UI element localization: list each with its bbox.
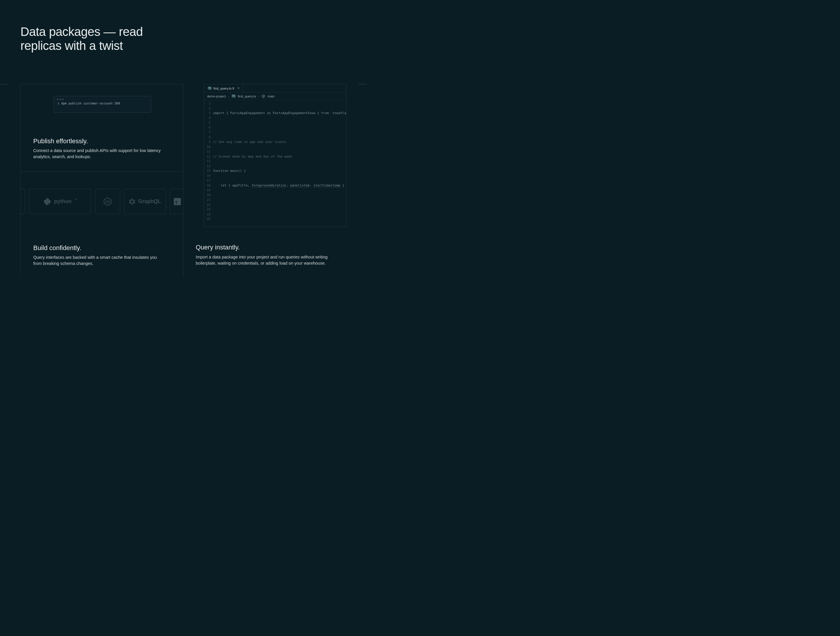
code-line: [213, 198, 346, 203]
code-line: [213, 212, 346, 217]
line-number: 23: [204, 207, 211, 212]
cube-icon: [262, 95, 265, 98]
build-body: Query interfaces are backed with a smart…: [33, 255, 162, 267]
build-card: python ™ C#: [21, 172, 183, 278]
code-line: let { appTitle, foregroundduration, pane…: [213, 183, 346, 188]
typescript-badge-icon: TS: [232, 95, 236, 98]
query-heading: Query instantly.: [196, 244, 240, 251]
code-line: // broken down by app and day of the wee…: [213, 154, 346, 159]
divider-left: [0, 84, 9, 84]
line-number: 25: [204, 217, 211, 222]
language-card-graphql: GraphQL: [124, 189, 166, 214]
svg-text:T: T: [175, 200, 178, 204]
terminal-command-line: $ dpm publish customer-account-360: [54, 101, 151, 105]
line-number: 3: [204, 111, 211, 116]
line-number: 16: [204, 174, 211, 179]
svg-text:C#: C#: [105, 199, 110, 204]
language-label: python: [54, 198, 72, 204]
traffic-light-dot: [62, 99, 63, 100]
terminal-prompt: $: [57, 101, 59, 105]
csharp-icon: C#: [103, 197, 112, 206]
publish-body: Connect a data source and publish APIs w…: [33, 148, 173, 160]
breadcrumb-project[interactable]: demo-project: [207, 95, 226, 98]
query-body: Import a data package into your project …: [196, 254, 333, 266]
code-editor-panel: TS first_query.ts 9 ✕ demo-project › TS …: [204, 84, 346, 227]
svg-point-5: [129, 202, 130, 203]
terminal-window: $ dpm publish customer-account-360: [54, 96, 151, 112]
svg-point-1: [132, 198, 133, 199]
line-number: 6: [204, 125, 211, 130]
line-number: 13: [204, 159, 211, 164]
line-number: 1: [204, 101, 211, 106]
line-number: 18: [204, 183, 211, 188]
code-lines: import { FactsAppEngagement as FactsAppE…: [213, 101, 346, 227]
language-card-partial: [19, 189, 25, 214]
line-number: 12: [204, 154, 211, 159]
svg-point-3: [134, 202, 135, 203]
line-number: 15: [204, 169, 211, 174]
line-number: 19: [204, 188, 211, 193]
terminal-command: dpm publish customer-account-360: [61, 101, 120, 105]
line-number: 11: [204, 149, 211, 154]
chevron-right-icon: ›: [258, 95, 260, 98]
editor-tab[interactable]: TS first_query.ts 9 ✕: [204, 84, 243, 92]
breadcrumb: demo-project › TS first_query.ts › main: [204, 92, 346, 100]
language-strip: python ™ C#: [19, 189, 185, 214]
code-line: function main() {: [213, 169, 346, 174]
line-number: 4: [204, 116, 211, 121]
code-line: [213, 226, 346, 227]
svg-point-6: [129, 200, 130, 201]
line-number: 5: [204, 120, 211, 125]
page-title: Data packages — read replicas with a twi…: [21, 25, 166, 53]
close-icon[interactable]: ✕: [237, 86, 240, 90]
build-heading: Build confidently.: [33, 244, 81, 252]
line-number: 22: [204, 203, 211, 207]
code-line: import { FactsAppEngagement as FactsAppE…: [213, 111, 346, 116]
line-number: 14: [204, 164, 211, 169]
line-number: 21: [204, 198, 211, 203]
line-number: 24: [204, 212, 211, 217]
chevron-right-icon: ›: [228, 95, 229, 98]
editor-tab-label: first_query.ts 9: [213, 87, 234, 90]
code-line: [213, 125, 346, 130]
code-area[interactable]: 1234567891011121314151617181920212223242…: [204, 100, 346, 227]
line-number: 17: [204, 178, 211, 183]
publish-card: $ dpm publish customer-account-360 Publi…: [21, 84, 183, 172]
typescript-icon: T: [173, 198, 182, 206]
traffic-light-dot: [57, 99, 58, 100]
line-number: 20: [204, 193, 211, 198]
typescript-badge-icon: TS: [208, 87, 212, 90]
language-label: GraphQL: [138, 198, 161, 204]
editor-tab-bar: TS first_query.ts 9 ✕: [204, 84, 346, 92]
python-icon: [43, 198, 51, 206]
svg-point-4: [132, 204, 133, 204]
line-number: 2: [204, 106, 211, 111]
divider-right: [358, 84, 367, 84]
breadcrumb-file[interactable]: first_query.ts: [238, 95, 256, 98]
line-number: 10: [204, 145, 211, 150]
line-gutter: 1234567891011121314151617181920212223242…: [204, 101, 213, 227]
line-number: 7: [204, 130, 211, 135]
window-traffic-lights: [54, 96, 151, 101]
language-card-python: python ™: [29, 189, 91, 214]
graphql-icon: [129, 198, 135, 205]
svg-point-2: [134, 200, 135, 201]
language-card-typescript: T: [170, 189, 184, 214]
language-card-csharp: C#: [95, 189, 120, 214]
code-line: // Get avg time in app and user counts: [213, 140, 346, 145]
breadcrumb-symbol[interactable]: main: [267, 95, 275, 98]
line-number: 9: [204, 140, 211, 145]
publish-heading: Publish effortlessly.: [33, 138, 88, 145]
line-number: 8: [204, 135, 211, 140]
traffic-light-dot: [60, 99, 61, 100]
